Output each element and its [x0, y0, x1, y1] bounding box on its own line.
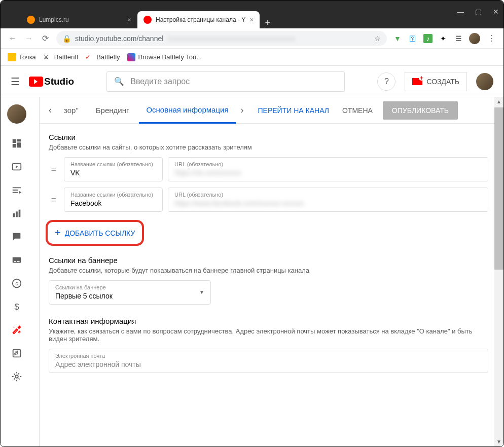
favicon-icon	[143, 16, 152, 24]
sidebar-audio[interactable]	[6, 343, 27, 364]
browser-tab-strip: Lumpics.ru × Настройка страницы канала -…	[1, 8, 503, 28]
cancel-button[interactable]: ОТМЕНА	[342, 106, 373, 115]
browser-tab-active[interactable]: Настройка страницы канала - Y ×	[137, 11, 260, 28]
extension-shield-icon[interactable]: ▼	[393, 34, 402, 43]
back-icon[interactable]: ←	[8, 34, 18, 43]
window-minimize[interactable]: —	[457, 8, 464, 16]
extension-key-icon[interactable]: ⚿	[408, 34, 417, 43]
sidebar-settings[interactable]	[6, 366, 27, 387]
window-controls: — ▢ ✕	[457, 8, 499, 16]
create-label: СОЗДАТЬ	[426, 78, 459, 86]
scroll-down-icon[interactable]: ▼	[494, 437, 503, 446]
tab-title: Lumpics.ru	[39, 16, 69, 23]
url-input[interactable]: 🔒 studio.youtube.com/channel /xxxxxxxxxx…	[56, 31, 387, 46]
sidebar-dashboard[interactable]	[6, 133, 27, 154]
bookmark-item[interactable]: Точка	[8, 53, 36, 61]
banner-desc: Добавьте ссылки, которые будут показыват…	[49, 267, 488, 274]
reload-icon[interactable]: ⟳	[40, 33, 50, 43]
window-maximize[interactable]: ▢	[475, 8, 482, 16]
svg-rect-2	[17, 142, 21, 147]
svg-text:$: $	[14, 302, 19, 311]
goto-channel-link[interactable]: ПЕРЕЙТИ НА КАНАЛ	[258, 106, 329, 115]
add-link-button[interactable]: + ДОБАВИТЬ ССЫЛКУ	[46, 220, 144, 246]
tab-prev[interactable]: зор"	[57, 97, 86, 124]
channel-avatar[interactable]	[7, 104, 26, 124]
bookmark-item[interactable]: Browse Battlefy Tou...	[127, 53, 202, 61]
forward-icon[interactable]: →	[24, 34, 34, 43]
link-row: = Название ссылки (обязательно) VK URL (…	[49, 157, 488, 181]
bookmark-item[interactable]: ✓Battlefly	[85, 53, 120, 61]
menu-icon[interactable]: ⋮	[486, 33, 496, 43]
svg-rect-0	[13, 139, 16, 143]
bookmarks-bar: Точка ⚔Battleriff ✓Battlefly Browse Batt…	[1, 49, 503, 66]
new-tab-button[interactable]: +	[260, 18, 275, 28]
contact-desc: Укажите, как связаться с вами по вопроса…	[49, 327, 488, 343]
svg-rect-5	[13, 213, 15, 217]
sidebar-comments[interactable]	[6, 226, 27, 247]
search-input[interactable]: 🔍 Введите запрос	[106, 71, 345, 92]
tab-branding[interactable]: Брендинг	[89, 97, 136, 124]
scroll-thumb[interactable]	[494, 107, 503, 270]
close-icon[interactable]: ×	[127, 16, 131, 24]
studio-logo[interactable]: Studio	[29, 76, 74, 87]
chevron-left-icon[interactable]: ‹	[47, 105, 54, 116]
publish-button[interactable]: ОПУБЛИКОВАТЬ	[383, 101, 458, 120]
sidebar-subtitles[interactable]	[6, 249, 27, 271]
reading-list-icon[interactable]: ☰	[454, 34, 463, 43]
svg-rect-8	[13, 257, 21, 263]
sidebar-analytics[interactable]	[6, 203, 27, 224]
lock-icon: 🔒	[62, 34, 71, 43]
favicon-icon	[27, 16, 35, 24]
drag-handle-icon[interactable]: =	[49, 195, 59, 205]
drag-handle-icon[interactable]: =	[49, 164, 59, 175]
bookmark-item[interactable]: ⚔Battleriff	[43, 53, 78, 61]
address-bar: ← → ⟳ 🔒 studio.youtube.com/channel /xxxx…	[1, 28, 503, 49]
window-close[interactable]: ✕	[493, 8, 499, 16]
tab-basic-info[interactable]: Основная информация	[139, 97, 235, 124]
logo-text: Studio	[44, 76, 74, 87]
create-button[interactable]: СОЗДАТЬ	[405, 72, 467, 91]
close-icon[interactable]: ×	[249, 16, 254, 24]
svg-rect-9	[14, 261, 16, 262]
window-frame	[1, 1, 503, 8]
extensions-icon[interactable]: ✦	[439, 34, 448, 43]
youtube-icon	[29, 77, 43, 87]
link-url-input[interactable]: URL (обязательно) https://vk.com/xxxxxx	[168, 157, 488, 181]
url-blurred: /xxxxxxxxxxxxxxxxxxxxxxxxxxxxxxx	[167, 34, 296, 43]
sidebar-content[interactable]	[6, 156, 27, 177]
sidebar-copyright[interactable]: c	[6, 273, 27, 294]
svg-point-14	[14, 327, 15, 328]
tabs-row: ‹ зор" Брендинг Основная информация › ПЕ…	[40, 97, 503, 124]
svg-rect-10	[17, 261, 20, 262]
svg-rect-3	[13, 144, 16, 147]
email-input[interactable]: Электронная почта Адрес электронной почт…	[49, 349, 488, 373]
svg-rect-6	[16, 211, 18, 217]
sidebar: c $	[1, 97, 39, 446]
sidebar-playlists[interactable]	[6, 179, 27, 201]
help-button[interactable]: ?	[377, 72, 395, 91]
sidebar-customization[interactable]	[6, 319, 27, 341]
tab-title: Настройка страницы канала - Y	[156, 16, 245, 23]
account-avatar[interactable]	[476, 73, 493, 90]
link-row: = Название ссылки (обязательно) Facebook…	[49, 188, 488, 212]
svg-text:c: c	[15, 281, 18, 286]
scrollbar[interactable]: ▲ ▼	[494, 97, 503, 446]
star-icon[interactable]: ☆	[374, 34, 381, 43]
extension-music-icon[interactable]: ♪	[423, 34, 433, 43]
browser-tab[interactable]: Lumpics.ru ×	[21, 11, 137, 28]
url-text: studio.youtube.com/channel	[75, 34, 163, 43]
studio-header: ☰ Studio 🔍 Введите запрос ? СОЗДАТЬ	[1, 66, 503, 97]
links-title: Ссылки	[49, 133, 488, 141]
link-name-input[interactable]: Название ссылки (обязательно) VK	[64, 157, 163, 181]
chevron-down-icon: ▼	[199, 289, 204, 295]
sidebar-monetization[interactable]: $	[6, 296, 27, 317]
chevron-right-icon[interactable]: ›	[239, 105, 246, 116]
profile-avatar[interactable]	[469, 33, 480, 44]
banner-links-select[interactable]: Ссылки на баннере Первые 5 ссылок ▼	[49, 280, 211, 305]
search-icon: 🔍	[114, 77, 124, 86]
link-name-input[interactable]: Название ссылки (обязательно) Facebook	[64, 188, 163, 212]
add-link-label: ДОБАВИТЬ ССЫЛКУ	[65, 229, 135, 237]
link-url-input[interactable]: URL (обязательно) https://www.facebook.c…	[168, 188, 488, 212]
scroll-up-icon[interactable]: ▲	[494, 97, 503, 106]
menu-icon[interactable]: ☰	[11, 76, 20, 88]
